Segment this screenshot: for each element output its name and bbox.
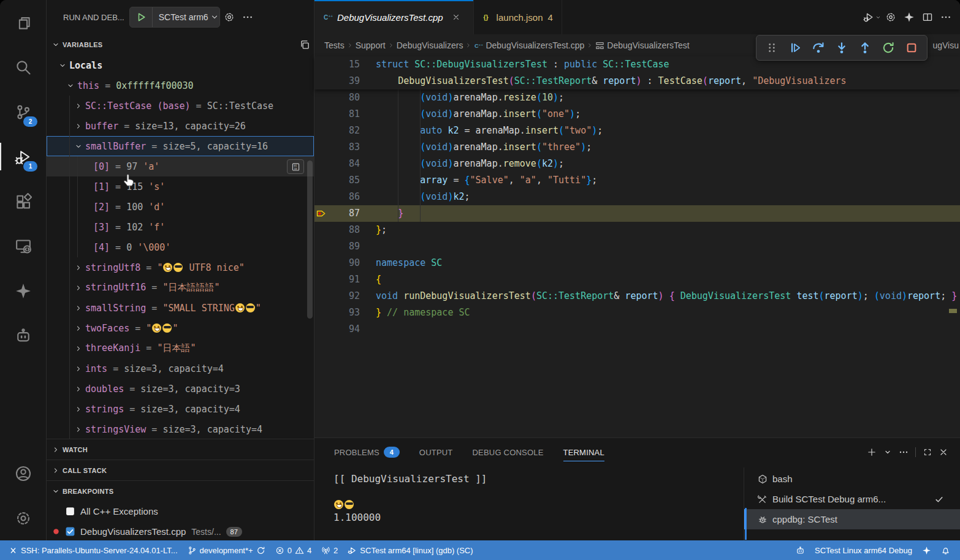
line-number[interactable]: 39 xyxy=(314,73,360,89)
sidebar-scrollbar[interactable] xyxy=(307,161,313,319)
line-number[interactable]: 81 xyxy=(314,106,360,123)
line-number[interactable]: 94 xyxy=(314,321,360,338)
code-editor[interactable]: 80 (void)arenaMap.resize(10);81 (void)ar… xyxy=(314,89,960,437)
debug-settings-button[interactable] xyxy=(220,8,238,26)
chevron-down-icon[interactable] xyxy=(210,12,219,22)
code-line-92[interactable]: 92void runDebugVisualizersTest(SC::TestR… xyxy=(314,288,960,305)
variable-row[interactable]: stringUtf16 = "日本語語語" xyxy=(47,278,314,298)
view-binary-button[interactable]: 0110 xyxy=(287,159,304,174)
variable-row[interactable]: [4] = 0 '\000' xyxy=(47,237,314,257)
code-line-94[interactable]: 94 xyxy=(314,321,960,338)
views-more-button[interactable] xyxy=(238,8,257,26)
section-header-call-stack[interactable]: CALL STACK xyxy=(47,460,314,480)
variables-section-header[interactable]: VARIABLES xyxy=(47,34,314,55)
toolbar-debug-continue[interactable] xyxy=(783,37,807,58)
status-item-bell[interactable] xyxy=(936,540,955,560)
variable-row[interactable]: smallString = "SMALL STRING" xyxy=(47,298,314,318)
panel-action-panel-maximize[interactable] xyxy=(920,444,935,460)
code-line-81[interactable]: 81 (void)arenaMap.insert("one"); xyxy=(314,106,960,123)
panel-tab-output[interactable]: OUTPUT xyxy=(419,438,453,466)
variable-row[interactable]: twoFaces = "" xyxy=(47,318,314,338)
line-number[interactable]: 84 xyxy=(314,156,360,172)
status-item-ssh-parallels-ubuntu-ser[interactable]: SSH: Parallels-Ubuntu-Server-24.04.01-LT… xyxy=(4,540,183,560)
terminal-item-build-sctest-debug-arm6-[interactable]: Build SCTest Debug arm6... xyxy=(744,489,960,509)
code-line-86[interactable]: 86 (void)k2; xyxy=(314,189,960,205)
status-item-0[interactable]: 04 xyxy=(270,540,316,560)
start-debugging-button[interactable]: SCTest arm6 xyxy=(129,7,220,28)
status-item-development-[interactable]: development*+ xyxy=(183,540,270,560)
editor-action-sparkle[interactable] xyxy=(900,8,918,26)
variable-row[interactable]: [1] = 115 's' xyxy=(47,176,314,197)
play-icon[interactable] xyxy=(130,7,152,27)
line-number[interactable]: 15 xyxy=(314,56,360,73)
line-number[interactable]: 82 xyxy=(314,123,360,139)
status-item-robot[interactable] xyxy=(791,540,810,560)
status-item-sparkle[interactable] xyxy=(917,540,936,560)
terminal-item-bash[interactable]: bash xyxy=(744,469,960,489)
variable-row[interactable]: this = 0xfffff4f00030 xyxy=(47,75,314,96)
variable-row[interactable]: ints = size=3, capacity=4 xyxy=(47,358,314,379)
variable-row[interactable]: stringUtf8 = " UTF8 nice" xyxy=(47,257,314,278)
variable-row[interactable]: [0] = 97 'a'0110 xyxy=(47,156,314,176)
activity-item-debug-alt[interactable]: 1 xyxy=(0,134,46,179)
code-line-89[interactable]: 89 xyxy=(314,238,960,255)
line-number[interactable]: 86 xyxy=(314,189,360,205)
breakpoint-row[interactable]: All C++ Exceptions xyxy=(47,501,314,521)
activity-item-sparkle[interactable] xyxy=(0,268,46,313)
editor-action-split-editor[interactable] xyxy=(918,8,937,26)
activity-item-remote-explorer[interactable] xyxy=(0,224,46,268)
toolbar-debug-restart[interactable] xyxy=(877,37,900,58)
line-number[interactable]: 90 xyxy=(314,255,360,271)
terminal-scrollbar[interactable] xyxy=(745,508,747,540)
toolbar-debug-step-into[interactable] xyxy=(830,37,853,58)
code-line-84[interactable]: 84 (void)arenaMap.remove(k2); xyxy=(314,156,960,172)
code-line-90[interactable]: 90namespace SC xyxy=(314,255,960,271)
activity-item-account[interactable] xyxy=(0,451,46,496)
line-number[interactable]: 80 xyxy=(314,89,360,106)
collapse-all-button[interactable] xyxy=(295,36,314,54)
panel-action-more[interactable] xyxy=(896,444,912,460)
line-number[interactable]: 89 xyxy=(314,238,360,255)
code-line-93[interactable]: 93} // namespace SC xyxy=(314,305,960,321)
variable-row[interactable]: smallBuffer = size=5, capacity=16 xyxy=(47,136,314,156)
editor-action-settings-gear[interactable] xyxy=(882,8,900,26)
breakpoint-row[interactable]: DebugVisualizersTest.cppTests/...87 xyxy=(47,521,314,540)
variable-row[interactable]: Locals xyxy=(47,55,314,75)
section-header-watch[interactable]: WATCH xyxy=(47,439,314,460)
breadcrumb-item[interactable]: Support xyxy=(356,40,386,50)
line-number[interactable]: 87 xyxy=(314,205,360,222)
code-line-87[interactable]: 87 } xyxy=(314,205,960,222)
panel-tab-debug-console[interactable]: DEBUG CONSOLE xyxy=(473,438,544,466)
code-line-80[interactable]: 80 (void)arenaMap.resize(10); xyxy=(314,89,960,106)
activity-item-search[interactable] xyxy=(0,45,46,89)
code-line-88[interactable]: 88}; xyxy=(314,222,960,238)
breadcrumb-item[interactable]: C++DebugVisualizersTest.cpp xyxy=(474,40,584,50)
section-header-breakpoints[interactable]: BREAKPOINTS xyxy=(47,480,314,501)
variable-row[interactable]: buffer = size=13, capacity=26 xyxy=(47,116,314,136)
status-item-sctest-arm64-linux-gdb-s[interactable]: SCTest arm64 [linux] (gdb) (SC) xyxy=(343,540,478,560)
variable-row[interactable]: stringsView = size=3, capacity=4 xyxy=(47,419,314,439)
status-item-sctest-linux-arm64-debug[interactable]: SCTest Linux arm64 Debug xyxy=(810,540,917,560)
close-icon[interactable] xyxy=(452,13,460,21)
activity-item-settings-gear[interactable] xyxy=(0,496,46,540)
tab-DebugVisualizersTest.cpp[interactable]: C++DebugVisualizersTest.cpp xyxy=(314,0,474,34)
code-line-85[interactable]: 85 array = {"Salve", "a", "Tutti"}; xyxy=(314,172,960,189)
status-item-2[interactable]: 2 xyxy=(316,540,343,560)
panel-tab-problems[interactable]: PROBLEMS4 xyxy=(334,438,400,466)
terminal-output[interactable]: [[ DebugVisualizersTest ]] 1.100000 xyxy=(333,472,726,524)
activity-item-files[interactable] xyxy=(0,0,46,45)
tab-launch.json[interactable]: {}launch.json4 xyxy=(474,0,562,34)
variable-row[interactable]: SC::TestCase (base) = SC::TestCase xyxy=(47,96,314,116)
activity-item-robot[interactable] xyxy=(0,313,46,358)
toolbar-debug-stop[interactable] xyxy=(900,37,923,58)
launch-config-dropdown[interactable]: SCTest arm6 xyxy=(153,12,210,22)
code-line-83[interactable]: 83 (void)arenaMap.insert("three"); xyxy=(314,139,960,156)
code-line-82[interactable]: 82 auto k2 = arenaMap.insert("two"); xyxy=(314,123,960,139)
panel-action-close[interactable] xyxy=(935,444,951,460)
panel-tab-terminal[interactable]: TERMINAL xyxy=(563,438,604,466)
toolbar-debug-step-out[interactable] xyxy=(853,37,877,58)
checkbox-unchecked-icon[interactable] xyxy=(65,506,75,516)
variable-row[interactable]: [3] = 102 'f' xyxy=(47,217,314,237)
line-number[interactable]: 85 xyxy=(314,172,360,189)
variable-row[interactable]: threeKanji = "日本語" xyxy=(47,338,314,358)
